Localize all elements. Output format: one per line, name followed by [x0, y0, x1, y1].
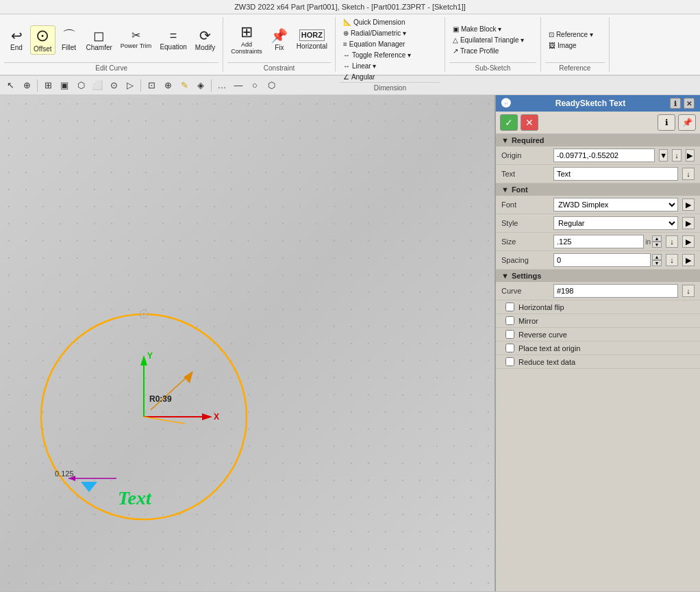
- toolbar2-hex-btn[interactable]: ⬡: [264, 78, 279, 93]
- svg-marker-5: [140, 355, 147, 365]
- size-up-btn[interactable]: ▲: [652, 235, 662, 242]
- svg-text:0.125: 0.125: [55, 469, 74, 478]
- style-select[interactable]: Regular: [553, 216, 678, 230]
- toolbar2-select-btn[interactable]: ↖: [3, 78, 18, 93]
- power-trim-btn[interactable]: ✂ Power Trim: [117, 28, 155, 51]
- panel-pin-btn[interactable]: 📌: [678, 114, 696, 131]
- curve-pick-btn[interactable]: ↓: [682, 285, 695, 297]
- panel-help-btn[interactable]: ℹ: [658, 114, 675, 131]
- size-down-btn[interactable]: ▼: [652, 242, 662, 248]
- place-text-origin-checkbox[interactable]: [505, 344, 514, 352]
- size-save-btn[interactable]: ↓: [666, 235, 678, 248]
- trace-profile-btn[interactable]: ↗ Trace Profile: [449, 46, 536, 56]
- angular-btn[interactable]: ∠ Angular: [340, 72, 440, 82]
- modify-btn[interactable]: ⟳ Modify: [192, 27, 218, 53]
- toolbar2-block-btn[interactable]: ▣: [57, 78, 72, 93]
- origin-dropdown-btn[interactable]: ▼: [659, 149, 668, 162]
- mirror-row[interactable]: Mirror: [496, 314, 700, 328]
- add-constraints-btn[interactable]: ⊞ AddConstraints: [227, 23, 266, 57]
- radial-diametric-btn[interactable]: ⊕ Radial/Diametric ▾: [340, 28, 440, 38]
- radial-diametric-icon: ⊕: [343, 29, 349, 37]
- toolbar2-edit-btn[interactable]: ✎: [177, 78, 192, 93]
- ribbon-group-dimension: 📐 Quick Dimension ⊕ Radial/Diametric ▾ ≡…: [336, 17, 445, 72]
- spacing-down-btn[interactable]: ▼: [652, 260, 662, 266]
- toolbar2-oval-btn[interactable]: ○: [247, 78, 262, 93]
- toolbar2-sep1: [37, 79, 38, 92]
- panel-info-btn[interactable]: ℹ: [670, 98, 681, 109]
- size-unit: in: [645, 238, 651, 246]
- canvas-svg: Y X R0:39 0.125 Text: [0, 95, 495, 591]
- equation-manager-btn[interactable]: ≡ Equation Manager: [340, 39, 440, 49]
- reverse-curve-row[interactable]: Reverse curve: [496, 328, 700, 342]
- chamfer-btn[interactable]: ◻ Chamfer: [83, 27, 116, 53]
- offset-btn[interactable]: ⊙ Offset: [30, 25, 55, 55]
- toolbar2-ref2-btn[interactable]: ⊡: [144, 78, 159, 93]
- panel: 🅐 ReadySketch Text ℹ ✕ ✓ ✕ ℹ 📌 ▼ Require…: [495, 95, 700, 591]
- spacing-row: Spacing ▲ ▼ ↓ ▶: [496, 251, 700, 270]
- panel-close-btn[interactable]: ✕: [684, 98, 695, 109]
- panel-cancel-btn[interactable]: ✕: [521, 114, 538, 131]
- toolbar2-play-btn[interactable]: ▷: [123, 78, 138, 93]
- title-text: ZW3D 2022 x64 Part [Part001], Sketch - […: [234, 3, 466, 11]
- text-pick-btn[interactable]: ↓: [682, 168, 695, 180]
- origin-label: Origin: [501, 151, 549, 159]
- text-input[interactable]: [553, 167, 678, 181]
- toolbar2-snap-btn[interactable]: ⊕: [19, 78, 34, 93]
- style-extra[interactable]: ▶: [682, 217, 695, 229]
- dimension-label: Dimension: [340, 82, 440, 92]
- panel-ok-btn[interactable]: ✓: [500, 114, 518, 131]
- toolbar2-circle-btn[interactable]: ⊙: [106, 78, 121, 93]
- make-block-btn[interactable]: ▣ Make Block ▾: [449, 24, 536, 34]
- size-extra[interactable]: ▶: [682, 235, 695, 248]
- origin-input[interactable]: [553, 149, 655, 162]
- trace-profile-icon: ↗: [453, 47, 458, 55]
- ribbon-group-edit-curve: ↩ End ⊙ Offset ⌒ Fillet ◻ Chamfer ✂ Powe…: [0, 17, 223, 72]
- font-name-extra[interactable]: ▶: [682, 198, 695, 211]
- size-input-unit: in ▲ ▼: [553, 235, 662, 248]
- font-name-select[interactable]: ZW3D Simplex: [553, 198, 678, 211]
- spacing-up-btn[interactable]: ▲: [652, 254, 662, 260]
- place-text-origin-row[interactable]: Place text at origin: [496, 342, 700, 355]
- toggle-reference-btn[interactable]: ↔ Toggle Reference ▾: [340, 50, 440, 60]
- toolbar2-polygon-btn[interactable]: ⬡: [73, 78, 88, 93]
- equilateral-triangle-btn[interactable]: △ Equilateral Triangle ▾: [449, 35, 536, 45]
- canvas[interactable]: Y X R0:39 0.125 Text: [0, 95, 495, 591]
- reduce-text-data-checkbox[interactable]: [505, 357, 514, 366]
- curve-label: Curve: [501, 287, 549, 295]
- spacing-extra[interactable]: ▶: [682, 254, 695, 266]
- toolbar2-target-btn[interactable]: ⊕: [160, 78, 175, 93]
- style-row: Style Regular ▶: [496, 214, 700, 233]
- linear-btn[interactable]: ↔ Linear ▾: [340, 61, 440, 71]
- horizontal-btn[interactable]: HORZ Horizontal: [293, 27, 331, 52]
- fix-btn[interactable]: 📌 Fix: [267, 27, 292, 53]
- spacing-save-btn[interactable]: ↓: [666, 254, 678, 266]
- toolbar2-more-btn[interactable]: …: [214, 78, 229, 93]
- origin-pick-btn[interactable]: ↓: [672, 149, 681, 162]
- required-section: ▼ Required Origin ▼ ↓ ▶ Text ↓: [496, 134, 700, 183]
- toolbar2-diamond-btn[interactable]: ◈: [193, 78, 208, 93]
- ribbon-group-reference: ⊡ Reference ▾ 🖼 Image Reference: [541, 17, 610, 72]
- horizontal-flip-row[interactable]: Horizontal flip: [496, 300, 700, 314]
- toolbar2-rect-btn[interactable]: ⬜: [90, 78, 105, 93]
- quick-dimension-btn[interactable]: 📐 Quick Dimension: [340, 17, 440, 27]
- horizontal-flip-checkbox[interactable]: [505, 303, 514, 311]
- toolbar2-dash-btn[interactable]: —: [231, 78, 246, 93]
- reduce-text-data-row[interactable]: Reduce text data: [496, 355, 700, 369]
- style-label: Style: [501, 219, 549, 227]
- toolbar2-sep2: [140, 79, 141, 92]
- fillet-btn[interactable]: ⌒ Fillet: [57, 27, 82, 53]
- size-input[interactable]: [553, 235, 644, 248]
- end-btn[interactable]: ↩ End: [4, 27, 29, 53]
- reference-btn[interactable]: ⊡ Reference ▾: [545, 29, 605, 40]
- reference-label: Reference: [545, 62, 605, 72]
- image-btn[interactable]: 🖼 Image: [545, 40, 605, 51]
- spacing-input[interactable]: [553, 253, 651, 267]
- equilateral-triangle-icon: △: [453, 36, 458, 44]
- spacing-input-unit: ▲ ▼: [553, 253, 662, 267]
- curve-input[interactable]: [553, 284, 678, 298]
- reverse-curve-checkbox[interactable]: [505, 330, 514, 339]
- origin-extra-btn[interactable]: ▶: [686, 149, 695, 162]
- equation-btn[interactable]: = Equation: [156, 27, 190, 53]
- toolbar2-grid-btn[interactable]: ⊞: [40, 78, 55, 93]
- mirror-checkbox[interactable]: [505, 316, 514, 325]
